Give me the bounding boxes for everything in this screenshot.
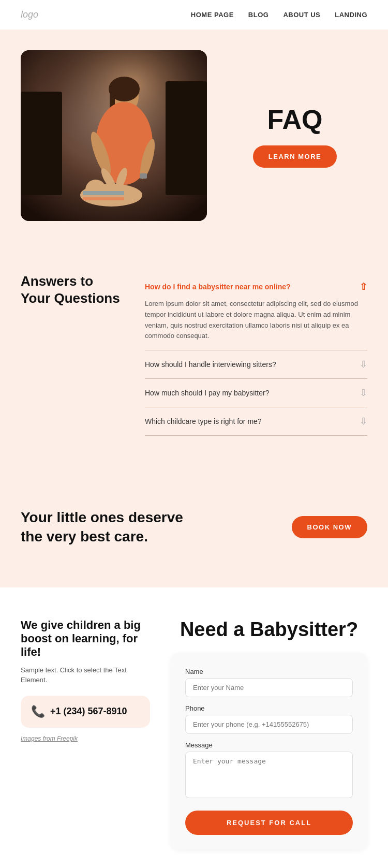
nav-about[interactable]: ABOUT US (283, 11, 320, 19)
faq-question-3[interactable]: How much should I pay my babysitter? ⇩ (145, 387, 367, 399)
faq-item-1: How do I find a babysitter near me onlin… (145, 273, 367, 350)
svg-rect-13 (83, 197, 124, 200)
contact-right: Need a Babysitter? Name Phone Message RE… (171, 619, 367, 849)
hero-title: FAQ (267, 104, 323, 135)
faq-question-1[interactable]: How do I find a babysitter near me onlin… (145, 281, 367, 292)
name-label: Name (185, 668, 353, 675)
svg-rect-2 (21, 92, 62, 195)
request-call-button[interactable]: REQUEST FOR CALL (185, 811, 353, 835)
cta-text: Your little ones deserve the very best c… (21, 508, 183, 546)
nav-landing[interactable]: LANDING (335, 11, 367, 19)
faq-question-4[interactable]: Which childcare type is right for me? ⇩ (145, 416, 367, 427)
faq-heading: Answers to Your Questions (21, 273, 124, 436)
form-message-group: Message (185, 741, 353, 800)
faq-list: How do I find a babysitter near me onlin… (145, 273, 367, 436)
chevron-down-icon-2: ⇩ (360, 359, 367, 370)
faq-item-3: How much should I pay my babysitter? ⇩ (145, 379, 367, 407)
chevron-up-icon: ⇧ (360, 281, 367, 292)
freepik-note: Images from Freepik (21, 735, 150, 742)
contact-left-body: Sample text. Click to select the Text El… (21, 665, 150, 685)
contact-form-card: Name Phone Message REQUEST FOR CALL (171, 653, 367, 849)
logo: logo (21, 9, 38, 20)
contact-left-heading: We give children a big boost on learning… (21, 619, 150, 659)
faq-item-4: Which childcare type is right for me? ⇩ (145, 407, 367, 436)
message-label: Message (185, 741, 353, 749)
hero-image (21, 50, 207, 221)
hero-section: FAQ LEARN MORE (0, 30, 388, 252)
contact-left: We give children a big boost on learning… (21, 619, 150, 849)
name-input[interactable] (185, 678, 353, 697)
faq-item-2: How should I handle interviewing sitters… (145, 350, 367, 379)
cta-section: Your little ones deserve the very best c… (0, 467, 388, 587)
faq-question-2[interactable]: How should I handle interviewing sitters… (145, 359, 367, 370)
book-now-button[interactable]: BOOK NOW (292, 516, 367, 538)
form-name-group: Name (185, 668, 353, 697)
chevron-down-icon-4: ⇩ (360, 416, 367, 427)
message-input[interactable] (185, 752, 353, 798)
nav-home[interactable]: HOME PAGE (191, 11, 234, 19)
svg-rect-12 (83, 191, 124, 195)
svg-rect-3 (166, 81, 207, 195)
svg-rect-16 (140, 173, 147, 179)
form-phone-group: Phone (185, 704, 353, 734)
contact-section: We give children a big boost on learning… (0, 587, 388, 868)
contact-heading: Need a Babysitter? (171, 619, 367, 641)
nav-blog[interactable]: BLOG (248, 11, 269, 19)
phone-number: +1 (234) 567-8910 (50, 706, 127, 717)
hero-right: FAQ LEARN MORE (222, 104, 367, 168)
phone-label: Phone (185, 704, 353, 712)
navigation: logo HOME PAGE BLOG ABOUT US LANDING (0, 0, 388, 30)
nav-links: HOME PAGE BLOG ABOUT US LANDING (191, 11, 367, 19)
faq-section: Answers to Your Questions How do I find … (0, 252, 388, 467)
phone-input[interactable] (185, 715, 353, 734)
faq-answer-1: Lorem ipsum dolor sit amet, consectetur … (145, 299, 367, 342)
phone-box: 📞 +1 (234) 567-8910 (21, 696, 150, 728)
phone-icon: 📞 (31, 705, 45, 718)
learn-more-button[interactable]: LEARN MORE (253, 145, 337, 168)
chevron-down-icon-3: ⇩ (360, 387, 367, 399)
